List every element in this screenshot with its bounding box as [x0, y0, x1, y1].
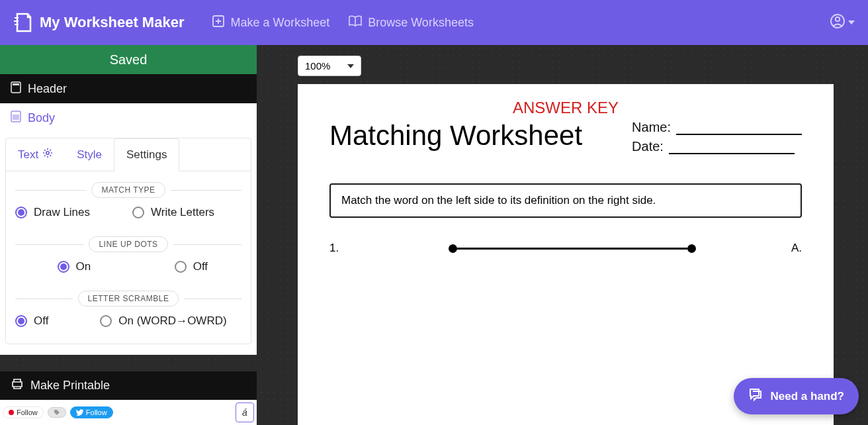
radio-icon: [132, 207, 144, 218]
app-title: My Worksheet Maker: [40, 14, 184, 31]
share-save-button[interactable]: [48, 407, 66, 418]
group-match-type-label: MATCH TYPE: [15, 182, 241, 198]
svg-point-7: [46, 152, 49, 154]
tab-settings[interactable]: Settings: [114, 138, 179, 171]
name-line[interactable]: [676, 120, 802, 135]
app-logo[interactable]: My Worksheet Maker: [13, 11, 184, 34]
book-open-icon: [348, 15, 363, 31]
radio-lineup-off[interactable]: Off: [141, 260, 241, 273]
match-left-number: 1.: [329, 242, 349, 255]
tab-text[interactable]: Text: [6, 138, 65, 171]
twitter-icon: [76, 409, 83, 416]
logo-icon: [13, 11, 33, 34]
profile-menu[interactable]: [830, 13, 855, 32]
group-letter-scramble-label: LETTER SCRAMBLE: [15, 291, 241, 307]
radio-icon: [58, 261, 69, 273]
print-icon: [11, 378, 24, 393]
zoom-select[interactable]: 100%: [298, 56, 361, 76]
nav-browse-worksheets[interactable]: Browse Worksheets: [339, 9, 483, 36]
header-layout-icon: [11, 81, 21, 97]
nav-make-worksheet[interactable]: Make a Worksheet: [202, 9, 339, 36]
instruction-box[interactable]: Match the word on the left side to its d…: [329, 183, 802, 218]
make-printable-button[interactable]: Make Printable: [0, 371, 257, 400]
gear-icon: [42, 148, 53, 162]
help-chat-button[interactable]: Need a hand?: [734, 378, 859, 414]
radio-draw-lines[interactable]: Draw Lines: [15, 206, 124, 219]
radio-icon: [15, 207, 27, 218]
date-line[interactable]: [669, 140, 795, 154]
caret-down-icon: [347, 64, 354, 68]
radio-icon: [15, 315, 27, 327]
svg-rect-4: [13, 83, 19, 85]
radio-scramble-off[interactable]: Off: [15, 314, 92, 328]
radio-icon: [175, 261, 187, 273]
group-line-up-dots-label: LINE UP DOTS: [15, 236, 241, 252]
user-circle-icon: [830, 13, 846, 32]
chat-icon: [748, 387, 763, 405]
save-status: Saved: [0, 45, 257, 74]
caret-down-icon: [848, 17, 855, 28]
worksheet-title[interactable]: Matching Worksheet: [329, 120, 582, 152]
radio-write-letters[interactable]: Write Letters: [132, 206, 241, 219]
radio-icon: [100, 315, 112, 327]
twitter-follow-button[interactable]: Follow: [70, 406, 113, 418]
svg-rect-6: [13, 115, 19, 120]
section-header[interactable]: Header: [0, 74, 257, 103]
body-layout-icon: [11, 111, 21, 126]
answer-key-label: ANSWER KEY: [329, 99, 802, 117]
pinterest-follow-button[interactable]: Follow: [3, 406, 44, 418]
accent-char-button[interactable]: á: [236, 402, 254, 422]
plus-square-icon: [212, 15, 225, 31]
match-right-letter: A.: [782, 242, 802, 255]
worksheet-page: ANSWER KEY Matching Worksheet Name: Date…: [298, 84, 834, 425]
dot-right-icon: [687, 244, 696, 253]
name-field: Name:: [632, 120, 802, 135]
tag-icon: [54, 409, 60, 416]
date-field: Date:: [632, 139, 802, 154]
radio-scramble-on[interactable]: On (WORD→OWRD): [100, 314, 241, 328]
radio-lineup-on[interactable]: On: [15, 260, 133, 273]
section-body[interactable]: Body: [0, 103, 257, 132]
match-connector: [349, 244, 782, 253]
dot-left-icon: [449, 244, 457, 253]
tab-style[interactable]: Style: [65, 138, 114, 171]
svg-point-2: [836, 17, 840, 21]
